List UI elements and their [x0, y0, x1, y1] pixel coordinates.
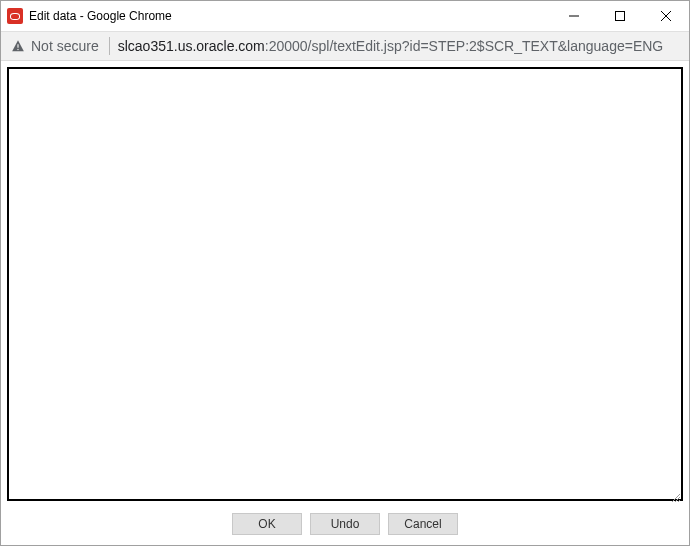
- maximize-icon: [615, 11, 625, 21]
- security-label: Not secure: [31, 38, 99, 54]
- url-host: slcao351.us.oracle.com: [118, 38, 265, 54]
- minimize-icon: [569, 11, 579, 21]
- close-icon: [661, 11, 671, 21]
- address-bar[interactable]: Not secure slcao351.us.oracle.com:20000/…: [1, 31, 689, 61]
- svg-rect-5: [17, 49, 18, 50]
- warning-icon: [11, 39, 25, 53]
- page-content: OK Undo Cancel: [1, 61, 689, 545]
- text-editor[interactable]: [7, 67, 683, 501]
- button-row: OK Undo Cancel: [1, 505, 689, 545]
- security-indicator[interactable]: Not secure: [11, 37, 110, 55]
- close-button[interactable]: [643, 1, 689, 31]
- window-controls: [551, 1, 689, 31]
- maximize-button[interactable]: [597, 1, 643, 31]
- minimize-button[interactable]: [551, 1, 597, 31]
- ok-button[interactable]: OK: [232, 513, 302, 535]
- url-path: :20000/spl/textEdit.jsp?id=STEP:2$SCR_TE…: [265, 38, 663, 54]
- oracle-app-icon: [7, 8, 23, 24]
- cancel-button[interactable]: Cancel: [388, 513, 458, 535]
- window-title: Edit data - Google Chrome: [29, 9, 551, 23]
- svg-rect-4: [17, 44, 18, 48]
- browser-window: Edit data - Google Chrome Not secure slc…: [0, 0, 690, 546]
- editor-container: [1, 61, 689, 505]
- svg-rect-1: [616, 12, 625, 21]
- url-text: slcao351.us.oracle.com:20000/spl/textEdi…: [118, 38, 664, 54]
- titlebar: Edit data - Google Chrome: [1, 1, 689, 31]
- undo-button[interactable]: Undo: [310, 513, 380, 535]
